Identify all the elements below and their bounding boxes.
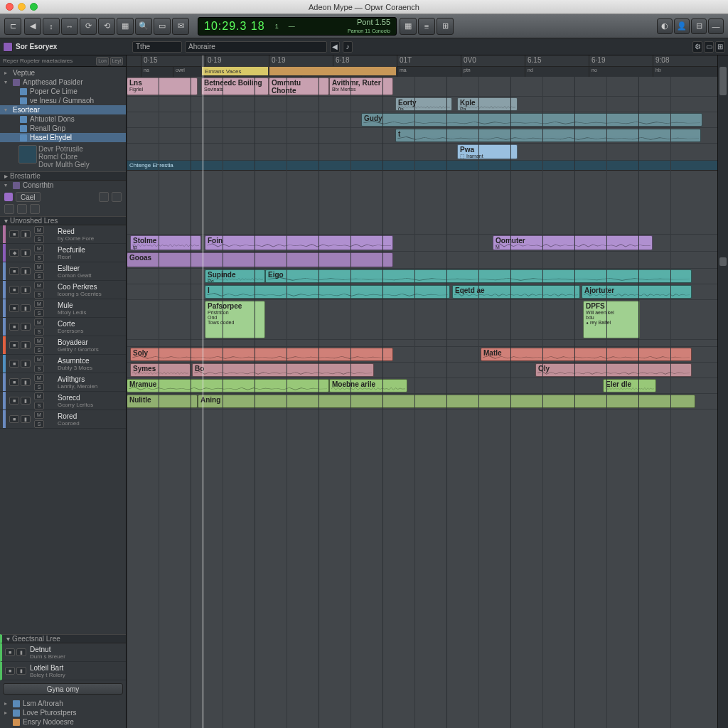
- color-chip[interactable]: [4, 193, 13, 201]
- toolbar-button[interactable]: ≡: [418, 18, 435, 35]
- toolbar-button[interactable]: ▭: [154, 18, 171, 35]
- track-header[interactable]: ◆▮ MS PecfurileReorl: [0, 244, 126, 262]
- audio-clip[interactable]: Betneedc BoilingSevinats: [201, 77, 269, 95]
- add-button[interactable]: Gyna omy: [3, 683, 123, 695]
- field-mid[interactable]: Ahoraire: [185, 41, 327, 53]
- sidebar-header-btn-a[interactable]: Lon: [96, 57, 109, 65]
- audio-clip[interactable]: Moebne arile: [329, 379, 407, 392]
- audio-clip[interactable]: OomuterM: [493, 235, 653, 250]
- tree-item[interactable]: ▾Consrthtn: [0, 181, 126, 190]
- track-header[interactable]: ■▮ MS RoredCooroed: [0, 410, 126, 429]
- toolbar-button[interactable]: ⊞: [437, 18, 454, 35]
- audio-clip[interactable]: Pwa⬚ Iramant: [457, 144, 518, 159]
- ctl-button[interactable]: [99, 192, 109, 202]
- audio-clip[interactable]: Mramue: [127, 379, 329, 392]
- vertical-scrollbar[interactable]: [717, 55, 728, 728]
- audio-clip[interactable]: Ommntu Chonteloesttan: [269, 77, 329, 95]
- track-header[interactable]: ■▮ MS EslteerComon Geatt: [0, 262, 126, 281]
- audio-clip[interactable]: SupindeRe: [205, 269, 265, 283]
- tree-item[interactable]: ▸Love Pturostpers: [0, 708, 126, 717]
- audio-clip[interactable]: I: [205, 285, 450, 299]
- lcd-display[interactable]: 10:29.3 18 1 — Pont 1.55 Pamon 11 Conoct…: [198, 17, 397, 36]
- toolbar-button[interactable]: ◐: [657, 18, 673, 34]
- tree-item[interactable]: Ensry Nodoesre: [0, 717, 126, 727]
- ctl-button[interactable]: [17, 204, 27, 214]
- tree-item[interactable]: Ahtuotel Dons: [0, 114, 126, 124]
- toolbar-button[interactable]: ✉: [172, 18, 189, 35]
- ctl-button[interactable]: [30, 204, 40, 214]
- scrollbar-thumb[interactable]: [719, 67, 727, 95]
- arrangement-marker[interactable]: Emrans Vaces: [201, 66, 269, 76]
- arrange-area[interactable]: 0·150·190·196·1801T0V06.156·199:08 naowr…: [127, 55, 728, 728]
- main-toolbar: ⊏ ◀↕↔⟳⟲▦🔍▭✉ 10:29.3 18 1 — Pont 1.55 Pam…: [0, 14, 728, 38]
- audio-clip[interactable]: Eler dle: [603, 379, 656, 392]
- ctl-button[interactable]: [4, 204, 14, 214]
- controlbar-button[interactable]: ⚙: [692, 41, 702, 53]
- tree-item[interactable]: Poper Ce Lime: [0, 87, 126, 96]
- field-btn-a[interactable]: ◀: [330, 41, 340, 53]
- toolbar-button[interactable]: ⊟: [691, 18, 707, 34]
- track-header[interactable]: ■▮ MS CorteEorersons: [0, 318, 126, 336]
- control-bar-left: Sor Esoryex: [0, 42, 127, 52]
- audio-clip[interactable]: LnsFigrlel: [127, 77, 198, 95]
- audio-clip[interactable]: DPFSWill aeen kel bdu ⬥ rey Baltel: [583, 301, 640, 338]
- toolbar-button[interactable]: ▦: [400, 18, 417, 35]
- tree-item[interactable]: ve Inesu / Gumnaoh: [0, 96, 126, 105]
- scrollbar-thumb[interactable]: [719, 257, 727, 266]
- track-header[interactable]: ■▮ MS BoyadearGeitry r Grortors: [0, 336, 126, 355]
- audio-clip[interactable]: PafsorpeePristnbon Ond Tows doded: [205, 301, 265, 338]
- toolbar-button[interactable]: ◀: [24, 18, 41, 35]
- preset-thumb[interactable]: [18, 145, 37, 164]
- tree-item[interactable]: Hasel Ehydel: [0, 133, 126, 142]
- audio-clip[interactable]: Soly: [130, 348, 393, 361]
- track-header[interactable]: ■▮ DetnutDurn s Breuer: [0, 643, 126, 662]
- audio-clip[interactable]: Gudy: [361, 113, 702, 127]
- track-header[interactable]: ■▮ MS AvilthgrsLanrlly, Merolen: [0, 373, 126, 392]
- sidebar-toggle-button[interactable]: ⊏: [4, 18, 21, 35]
- track-header[interactable]: ■▮ MS SorecdGcorry Lerltos: [0, 392, 126, 410]
- toolbar-button[interactable]: ⟳: [80, 18, 97, 35]
- audio-clip[interactable]: t: [395, 129, 701, 142]
- toolbar-button[interactable]: —: [708, 18, 724, 34]
- toolbar-button[interactable]: ⟲: [98, 18, 115, 35]
- tree-item[interactable]: ▸Veptue: [0, 68, 126, 77]
- tree-item[interactable]: Renall Gnp: [0, 124, 126, 133]
- toolbar-button[interactable]: 👤: [674, 18, 690, 34]
- playhead[interactable]: [203, 55, 203, 728]
- audio-clip[interactable]: KplePa: [457, 97, 518, 111]
- tree-item[interactable]: ▾Esortear: [0, 105, 126, 114]
- audio-clip[interactable]: Oly: [535, 363, 692, 377]
- ctl-button[interactable]: [112, 192, 122, 202]
- audio-clip[interactable]: Symes: [130, 363, 191, 377]
- field-btn-b[interactable]: ♪: [343, 41, 353, 53]
- arrangement-marker[interactable]: [269, 66, 397, 76]
- track-header[interactable]: ■▮ MS Reedby Oome Fore: [0, 225, 126, 244]
- track-header[interactable]: ■▮ MS AsumntceDubly 3 Moes: [0, 355, 126, 373]
- audio-clip[interactable]: Foin: [205, 235, 393, 250]
- controlbar-button[interactable]: ▭: [704, 41, 714, 53]
- toolbar-button[interactable]: ↕: [43, 18, 60, 35]
- toolbar-button[interactable]: ▦: [117, 18, 134, 35]
- transport-button-group: ◀↕↔⟳⟲▦🔍▭✉: [24, 18, 189, 35]
- audio-clip[interactable]: Gooas: [127, 252, 393, 267]
- audio-clip[interactable]: Eorty0»: [395, 97, 452, 111]
- track-header[interactable]: ■▮ MS MuleMtoly Ledis: [0, 299, 126, 318]
- ctl-button[interactable]: Cael: [16, 192, 41, 202]
- audio-clip[interactable]: Ajortuter: [582, 285, 692, 299]
- library-tab-icon[interactable]: [3, 42, 13, 52]
- track-header[interactable]: ■▮ MS Coo Perkreslcoong s Gcentes: [0, 281, 126, 299]
- timeline-ruler[interactable]: 0·150·190·196·1801T0V06.156·199:08 naowr…: [127, 55, 728, 77]
- toolbar-button[interactable]: 🔍: [135, 18, 152, 35]
- track-header[interactable]: ■▮ Lotleil BartBoley t Rolery: [0, 662, 126, 680]
- audio-clip[interactable]: Bo: [192, 363, 374, 377]
- audio-clip[interactable]: Matle: [481, 348, 692, 361]
- audio-clip[interactable]: Nulitle: [127, 395, 198, 408]
- tree-item[interactable]: ▾Anpthesad Pasider: [0, 77, 126, 87]
- controlbar-button[interactable]: ⊞: [715, 41, 725, 53]
- audio-clip[interactable]: Eqetd ae: [452, 285, 580, 299]
- field-left[interactable]: Tthe: [132, 41, 182, 53]
- tree-item[interactable]: ▸Lsm A/trorah: [0, 699, 126, 708]
- audio-clip[interactable]: Avithmr, RuterBtv Mertes: [329, 77, 393, 95]
- toolbar-button[interactable]: ↔: [61, 18, 78, 35]
- sidebar-header-btn-b[interactable]: Leyt: [110, 57, 123, 65]
